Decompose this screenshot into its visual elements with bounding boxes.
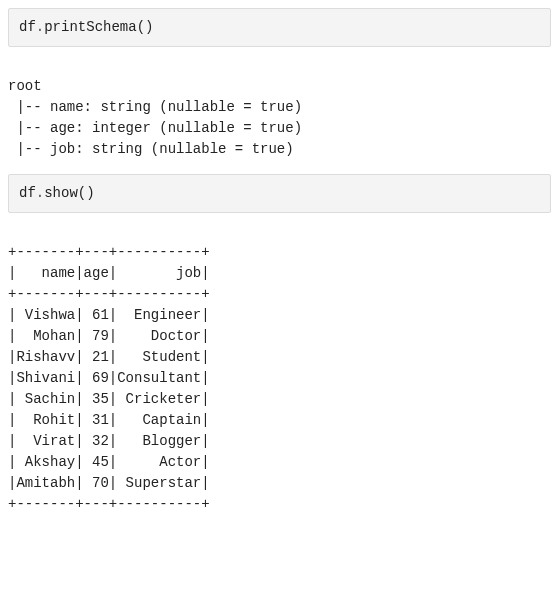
table-row: |Amitabh| 70| Superstar|	[8, 475, 210, 491]
schema-line: root	[8, 78, 42, 94]
table-border: +-------+---+----------+	[8, 286, 210, 302]
table-row: | Mohan| 79| Doctor|	[8, 328, 210, 344]
table-border: +-------+---+----------+	[8, 244, 210, 260]
code-token-method: show	[44, 185, 78, 201]
code-token-dot: .	[36, 19, 44, 35]
table-border: +-------+---+----------+	[8, 496, 210, 512]
output-table: +-------+---+----------+ | name|age| job…	[8, 219, 551, 529]
table-row: |Shivani| 69|Consultant|	[8, 370, 210, 386]
code-cell-show[interactable]: df.show()	[8, 174, 551, 213]
table-row: | Virat| 32| Blogger|	[8, 433, 210, 449]
schema-line: |-- name: string (nullable = true)	[8, 99, 302, 115]
schema-line: |-- job: string (nullable = true)	[8, 141, 294, 157]
table-row: | Akshay| 45| Actor|	[8, 454, 210, 470]
table-header: | name|age| job|	[8, 265, 210, 281]
output-schema: root |-- name: string (nullable = true) …	[8, 53, 551, 174]
code-token-obj: df	[19, 185, 36, 201]
table-row: |Rishavv| 21| Student|	[8, 349, 210, 365]
table-row: | Sachin| 35| Cricketer|	[8, 391, 210, 407]
code-token-parens: ()	[137, 19, 154, 35]
code-token-method: printSchema	[44, 19, 136, 35]
code-token-dot: .	[36, 185, 44, 201]
code-cell-printschema[interactable]: df.printSchema()	[8, 8, 551, 47]
code-token-parens: ()	[78, 185, 95, 201]
schema-line: |-- age: integer (nullable = true)	[8, 120, 302, 136]
code-token-obj: df	[19, 19, 36, 35]
table-row: | Rohit| 31| Captain|	[8, 412, 210, 428]
table-row: | Vishwa| 61| Engineer|	[8, 307, 210, 323]
